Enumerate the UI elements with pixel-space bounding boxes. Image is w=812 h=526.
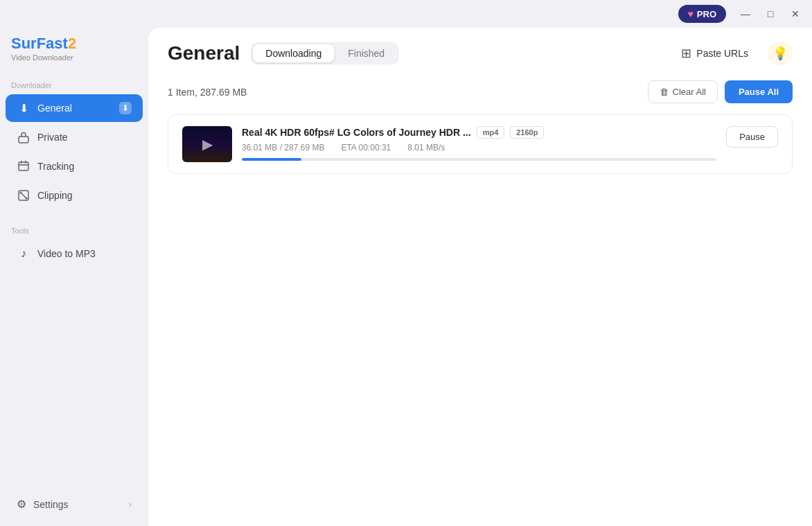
download-eta: ETA 00:00:31 bbox=[341, 143, 391, 152]
sidebar-item-video-to-mp3[interactable]: ♪ Video to MP3 bbox=[6, 240, 143, 268]
download-speed: 8.01 MB/s bbox=[407, 143, 445, 152]
pro-label: PRO bbox=[697, 9, 716, 19]
download-item-action: Pause bbox=[726, 126, 778, 148]
progress-bar-fill bbox=[242, 158, 301, 161]
sidebar: SurFast2 Video Downloader Downloader ⬇ G… bbox=[0, 28, 148, 526]
progress-bar-container bbox=[242, 158, 716, 161]
app-subtitle: Video Downloader bbox=[11, 53, 137, 62]
header-actions: ⊞ Paste URLs 💡 bbox=[670, 40, 793, 67]
download-stats: 36.01 MB / 287.69 MB ETA 00:00:31 8.01 M… bbox=[242, 143, 716, 152]
download-size: 36.01 MB / 287.69 MB bbox=[242, 143, 324, 152]
list-meta-text: 1 Item, 287.69 MB bbox=[168, 87, 247, 98]
sidebar-item-private[interactable]: Private bbox=[6, 123, 143, 151]
paste-urls-button[interactable]: ⊞ Paste URLs bbox=[670, 40, 759, 67]
chevron-right-icon: › bbox=[129, 500, 132, 509]
tab-group: Downloading Finished bbox=[251, 42, 399, 64]
sidebar-item-general[interactable]: ⬇ General ⬇ bbox=[6, 94, 143, 122]
minimize-button[interactable]: — bbox=[734, 4, 757, 24]
clipping-icon bbox=[17, 189, 30, 202]
item-pause-button[interactable]: Pause bbox=[726, 126, 778, 148]
play-icon: ▶ bbox=[202, 136, 213, 152]
pause-all-button[interactable]: Pause All bbox=[725, 80, 793, 103]
heart-icon: ♥ bbox=[688, 8, 694, 19]
logo-area: SurFast2 Video Downloader bbox=[0, 28, 148, 76]
download-icon: ⬇ bbox=[17, 101, 30, 115]
download-title: Real 4K HDR 60fps# LG Colors of Journey … bbox=[242, 127, 471, 138]
sidebar-label-general: General bbox=[37, 103, 72, 114]
sidebar-label-private: Private bbox=[37, 132, 68, 143]
music-icon: ♪ bbox=[17, 247, 30, 261]
gear-icon: ⚙ bbox=[17, 498, 26, 511]
maximize-button[interactable]: □ bbox=[759, 4, 782, 24]
app-body: SurFast2 Video Downloader Downloader ⬇ G… bbox=[0, 28, 812, 526]
format-badge: mp4 bbox=[477, 126, 505, 139]
trash-icon: 🗑 bbox=[660, 87, 669, 97]
download-thumbnail: ▶ bbox=[182, 126, 232, 162]
clear-all-label: Clear All bbox=[673, 87, 706, 97]
tracking-icon bbox=[17, 159, 30, 173]
clear-all-button[interactable]: 🗑 Clear All bbox=[648, 80, 718, 103]
sidebar-bottom: ⚙ Settings › bbox=[0, 491, 148, 518]
tab-downloading[interactable]: Downloading bbox=[253, 44, 334, 62]
sidebar-label-clipping: Clipping bbox=[37, 190, 73, 201]
tab-finished[interactable]: Finished bbox=[335, 44, 397, 62]
theme-toggle-button[interactable]: 💡 bbox=[768, 41, 793, 66]
svg-rect-0 bbox=[19, 137, 28, 143]
quality-badge: 2160p bbox=[510, 126, 544, 139]
sidebar-item-settings[interactable]: ⚙ Settings › bbox=[6, 491, 143, 518]
title-bar: ♥ PRO — □ ✕ bbox=[0, 0, 812, 28]
content-area: 1 Item, 287.69 MB 🗑 Clear All Pause All … bbox=[148, 67, 812, 526]
sidebar-label-video-to-mp3: Video to MP3 bbox=[37, 248, 96, 259]
window-controls: — □ ✕ bbox=[734, 4, 806, 24]
lightbulb-icon: 💡 bbox=[773, 46, 788, 61]
sidebar-section-tools: Tools bbox=[0, 221, 148, 239]
sidebar-item-clipping[interactable]: Clipping bbox=[6, 182, 143, 209]
private-icon bbox=[17, 130, 30, 144]
paste-icon: ⊞ bbox=[681, 46, 691, 61]
main-header: General Downloading Finished ⊞ Paste URL… bbox=[148, 28, 812, 67]
svg-line-8 bbox=[21, 193, 26, 198]
pro-badge-button[interactable]: ♥ PRO bbox=[678, 5, 726, 23]
close-button[interactable]: ✕ bbox=[784, 4, 806, 24]
sidebar-item-tracking[interactable]: Tracking bbox=[6, 152, 143, 180]
svg-rect-1 bbox=[19, 162, 28, 170]
list-actions: 🗑 Clear All Pause All bbox=[648, 80, 793, 103]
app-logo: SurFast2 bbox=[11, 35, 137, 53]
settings-label: Settings bbox=[33, 499, 69, 510]
download-title-row: Real 4K HDR 60fps# LG Colors of Journey … bbox=[242, 126, 716, 139]
download-info: Real 4K HDR 60fps# LG Colors of Journey … bbox=[242, 126, 716, 161]
page-title: General bbox=[168, 42, 240, 64]
paste-urls-label: Paste URLs bbox=[696, 48, 748, 59]
sidebar-label-tracking: Tracking bbox=[37, 161, 74, 172]
download-item: ▶ Real 4K HDR 60fps# LG Colors of Journe… bbox=[168, 114, 793, 174]
main-content: General Downloading Finished ⊞ Paste URL… bbox=[148, 28, 812, 526]
download-arrow-icon: ⬇ bbox=[119, 102, 132, 114]
thumbnail-inner: ▶ bbox=[182, 126, 232, 162]
list-meta: 1 Item, 287.69 MB 🗑 Clear All Pause All bbox=[168, 80, 793, 103]
sidebar-section-downloader: Downloader bbox=[0, 76, 148, 94]
